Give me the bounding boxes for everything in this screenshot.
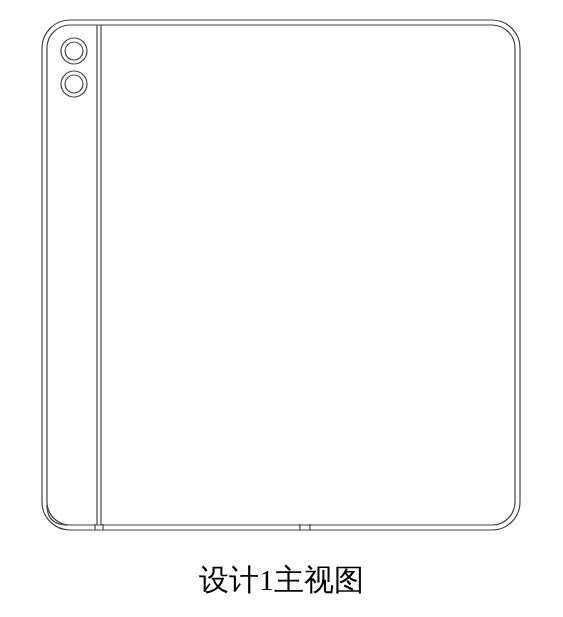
- figure-caption: 设计1主视图: [199, 560, 364, 601]
- svg-rect-0: [42, 20, 520, 530]
- foldable-device-front-view: [12, 10, 552, 540]
- svg-point-5: [65, 42, 83, 60]
- patent-drawing-container: [12, 10, 552, 540]
- svg-point-7: [65, 75, 83, 93]
- svg-rect-1: [47, 25, 515, 525]
